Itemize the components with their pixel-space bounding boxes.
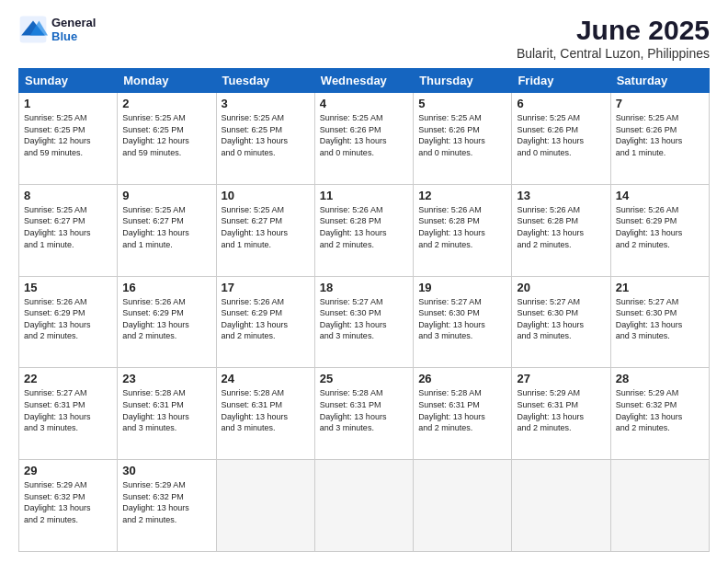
day-info: Sunrise: 5:25 AM Sunset: 6:25 PM Dayligh… <box>122 112 210 158</box>
day-info: Sunrise: 5:29 AM Sunset: 6:32 PM Dayligh… <box>24 479 112 525</box>
table-row: 3Sunrise: 5:25 AM Sunset: 6:25 PM Daylig… <box>216 93 314 185</box>
day-number: 4 <box>320 97 408 110</box>
weekday-header-row: Sunday Monday Tuesday Wednesday Thursday… <box>19 69 710 93</box>
day-info: Sunrise: 5:26 AM Sunset: 6:28 PM Dayligh… <box>517 204 605 250</box>
table-row: 4Sunrise: 5:25 AM Sunset: 6:26 PM Daylig… <box>314 93 413 185</box>
day-number: 1 <box>24 97 112 110</box>
day-info: Sunrise: 5:25 AM Sunset: 6:26 PM Dayligh… <box>418 112 506 158</box>
day-info: Sunrise: 5:25 AM Sunset: 6:27 PM Dayligh… <box>122 204 210 250</box>
day-number: 21 <box>616 281 704 294</box>
table-row: 20Sunrise: 5:27 AM Sunset: 6:30 PM Dayli… <box>512 276 610 368</box>
day-number: 8 <box>24 189 112 202</box>
day-info: Sunrise: 5:27 AM Sunset: 6:30 PM Dayligh… <box>320 296 408 342</box>
table-row: 9Sunrise: 5:25 AM Sunset: 6:27 PM Daylig… <box>118 184 216 276</box>
day-number: 17 <box>222 281 310 294</box>
day-info: Sunrise: 5:29 AM Sunset: 6:31 PM Dayligh… <box>517 387 605 433</box>
day-number: 20 <box>517 281 605 294</box>
day-info: Sunrise: 5:25 AM Sunset: 6:26 PM Dayligh… <box>616 112 704 158</box>
table-row <box>414 460 512 552</box>
calendar-table: Sunday Monday Tuesday Wednesday Thursday… <box>18 68 710 552</box>
calendar-week-row: 15Sunrise: 5:26 AM Sunset: 6:29 PM Dayli… <box>19 276 710 368</box>
day-number: 27 <box>517 372 605 385</box>
table-row: 8Sunrise: 5:25 AM Sunset: 6:27 PM Daylig… <box>19 184 118 276</box>
day-info: Sunrise: 5:26 AM Sunset: 6:28 PM Dayligh… <box>320 204 408 250</box>
header-saturday: Saturday <box>610 69 709 93</box>
header-friday: Friday <box>512 69 610 93</box>
day-info: Sunrise: 5:26 AM Sunset: 6:28 PM Dayligh… <box>418 204 506 250</box>
day-info: Sunrise: 5:25 AM Sunset: 6:26 PM Dayligh… <box>320 112 408 158</box>
table-row: 30Sunrise: 5:29 AM Sunset: 6:32 PM Dayli… <box>118 460 216 552</box>
logo: General Blue <box>18 15 96 44</box>
day-number: 23 <box>122 372 210 385</box>
calendar-week-row: 1Sunrise: 5:25 AM Sunset: 6:25 PM Daylig… <box>19 93 710 185</box>
table-row: 14Sunrise: 5:26 AM Sunset: 6:29 PM Dayli… <box>610 184 709 276</box>
day-info: Sunrise: 5:26 AM Sunset: 6:29 PM Dayligh… <box>616 204 704 250</box>
header: General Blue June 2025 Bularit, Central … <box>18 15 710 61</box>
day-number: 11 <box>320 189 408 202</box>
day-info: Sunrise: 5:26 AM Sunset: 6:29 PM Dayligh… <box>122 296 210 342</box>
day-info: Sunrise: 5:29 AM Sunset: 6:32 PM Dayligh… <box>122 479 210 525</box>
day-number: 30 <box>122 464 210 477</box>
table-row: 17Sunrise: 5:26 AM Sunset: 6:29 PM Dayli… <box>216 276 314 368</box>
day-number: 24 <box>222 372 310 385</box>
day-number: 9 <box>122 189 210 202</box>
table-row: 16Sunrise: 5:26 AM Sunset: 6:29 PM Dayli… <box>118 276 216 368</box>
header-sunday: Sunday <box>19 69 118 93</box>
day-number: 12 <box>418 189 506 202</box>
day-number: 26 <box>418 372 506 385</box>
table-row: 2Sunrise: 5:25 AM Sunset: 6:25 PM Daylig… <box>118 93 216 185</box>
table-row: 7Sunrise: 5:25 AM Sunset: 6:26 PM Daylig… <box>610 93 709 185</box>
table-row: 10Sunrise: 5:25 AM Sunset: 6:27 PM Dayli… <box>216 184 314 276</box>
day-info: Sunrise: 5:26 AM Sunset: 6:29 PM Dayligh… <box>222 296 310 342</box>
header-wednesday: Wednesday <box>314 69 413 93</box>
table-row: 21Sunrise: 5:27 AM Sunset: 6:30 PM Dayli… <box>610 276 709 368</box>
table-row: 27Sunrise: 5:29 AM Sunset: 6:31 PM Dayli… <box>512 368 610 460</box>
day-number: 18 <box>320 281 408 294</box>
header-thursday: Thursday <box>414 69 512 93</box>
day-number: 22 <box>24 372 112 385</box>
day-info: Sunrise: 5:27 AM Sunset: 6:30 PM Dayligh… <box>616 296 704 342</box>
day-number: 13 <box>517 189 605 202</box>
table-row: 23Sunrise: 5:28 AM Sunset: 6:31 PM Dayli… <box>118 368 216 460</box>
day-number: 19 <box>418 281 506 294</box>
day-number: 16 <box>122 281 210 294</box>
day-info: Sunrise: 5:28 AM Sunset: 6:31 PM Dayligh… <box>222 387 310 433</box>
logo-text: General Blue <box>51 16 96 43</box>
header-monday: Monday <box>118 69 216 93</box>
table-row: 6Sunrise: 5:25 AM Sunset: 6:26 PM Daylig… <box>512 93 610 185</box>
day-info: Sunrise: 5:27 AM Sunset: 6:31 PM Dayligh… <box>24 387 112 433</box>
header-tuesday: Tuesday <box>216 69 314 93</box>
day-info: Sunrise: 5:25 AM Sunset: 6:27 PM Dayligh… <box>24 204 112 250</box>
table-row: 13Sunrise: 5:26 AM Sunset: 6:28 PM Dayli… <box>512 184 610 276</box>
day-info: Sunrise: 5:28 AM Sunset: 6:31 PM Dayligh… <box>418 387 506 433</box>
table-row: 24Sunrise: 5:28 AM Sunset: 6:31 PM Dayli… <box>216 368 314 460</box>
day-number: 29 <box>24 464 112 477</box>
table-row: 26Sunrise: 5:28 AM Sunset: 6:31 PM Dayli… <box>414 368 512 460</box>
table-row: 15Sunrise: 5:26 AM Sunset: 6:29 PM Dayli… <box>19 276 118 368</box>
table-row: 29Sunrise: 5:29 AM Sunset: 6:32 PM Dayli… <box>19 460 118 552</box>
day-info: Sunrise: 5:27 AM Sunset: 6:30 PM Dayligh… <box>517 296 605 342</box>
table-row: 12Sunrise: 5:26 AM Sunset: 6:28 PM Dayli… <box>414 184 512 276</box>
page: General Blue June 2025 Bularit, Central … <box>0 0 728 563</box>
day-info: Sunrise: 5:25 AM Sunset: 6:27 PM Dayligh… <box>222 204 310 250</box>
table-row <box>216 460 314 552</box>
day-number: 6 <box>517 97 605 110</box>
table-row: 25Sunrise: 5:28 AM Sunset: 6:31 PM Dayli… <box>314 368 413 460</box>
logo-icon <box>18 15 48 44</box>
day-number: 7 <box>616 97 704 110</box>
day-number: 5 <box>418 97 506 110</box>
day-number: 3 <box>222 97 310 110</box>
table-row: 1Sunrise: 5:25 AM Sunset: 6:25 PM Daylig… <box>19 93 118 185</box>
day-info: Sunrise: 5:28 AM Sunset: 6:31 PM Dayligh… <box>320 387 408 433</box>
main-title: June 2025 <box>517 15 710 46</box>
day-number: 28 <box>616 372 704 385</box>
day-info: Sunrise: 5:29 AM Sunset: 6:32 PM Dayligh… <box>616 387 704 433</box>
day-number: 15 <box>24 281 112 294</box>
table-row <box>610 460 709 552</box>
table-row: 11Sunrise: 5:26 AM Sunset: 6:28 PM Dayli… <box>314 184 413 276</box>
table-row <box>512 460 610 552</box>
table-row: 5Sunrise: 5:25 AM Sunset: 6:26 PM Daylig… <box>414 93 512 185</box>
table-row: 19Sunrise: 5:27 AM Sunset: 6:30 PM Dayli… <box>414 276 512 368</box>
day-info: Sunrise: 5:27 AM Sunset: 6:30 PM Dayligh… <box>418 296 506 342</box>
day-info: Sunrise: 5:26 AM Sunset: 6:29 PM Dayligh… <box>24 296 112 342</box>
